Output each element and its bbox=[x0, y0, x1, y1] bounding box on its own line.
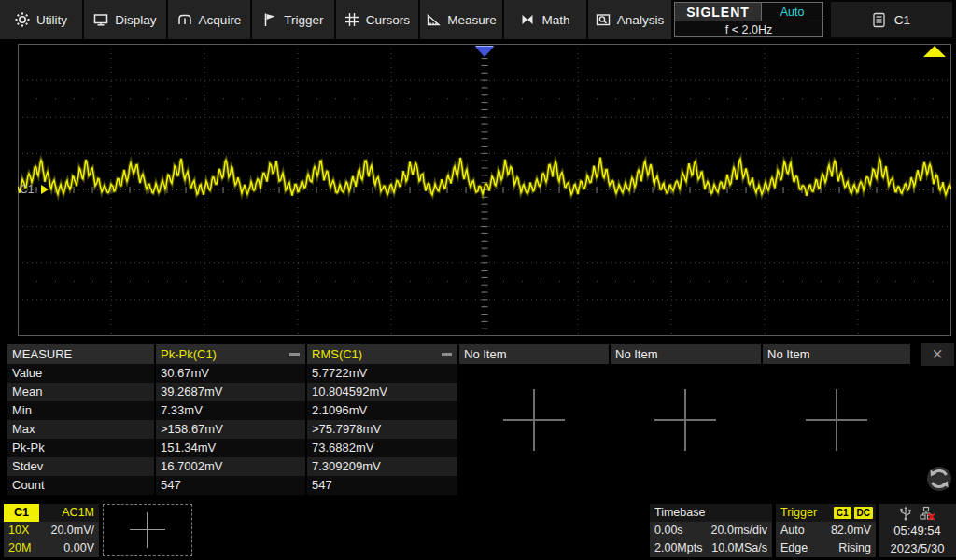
analysis-icon bbox=[596, 12, 611, 27]
menu-trigger[interactable]: Trigger bbox=[252, 0, 334, 39]
trigger-type: Edge bbox=[776, 539, 808, 557]
menu-analysis[interactable]: Analysis bbox=[588, 0, 671, 39]
measure-panel-title: MEASURE bbox=[7, 344, 154, 364]
menu-trigger-label: Trigger bbox=[284, 13, 323, 27]
channel-offset-marker[interactable] bbox=[41, 185, 49, 194]
timebase-box[interactable]: Timebase 0.00s 20.0ms/div 2.00Mpts 10.0M… bbox=[650, 504, 772, 557]
trigger-flag-icon bbox=[262, 12, 277, 27]
menu-cursors[interactable]: Cursors bbox=[336, 0, 418, 39]
add-measurement-button[interactable] bbox=[503, 389, 565, 451]
channel-name-badge: C1 bbox=[4, 504, 39, 522]
channel-offset: 0.00V bbox=[31, 539, 99, 557]
plus-icon bbox=[130, 529, 165, 530]
menu-acquire[interactable]: Acquire bbox=[168, 0, 250, 39]
measure-col-empty-3[interactable]: No Item bbox=[763, 344, 910, 364]
acquisition-mode: Auto bbox=[762, 3, 822, 21]
oscilloscope-screen: Utility Display Acquire Trigger Cursors … bbox=[0, 0, 956, 560]
measure-col-pkpk[interactable]: Pk-Pk(C1) bbox=[156, 344, 305, 364]
menu-measure[interactable]: Measure bbox=[420, 0, 502, 39]
cursors-icon bbox=[344, 12, 359, 27]
channel-coupling: AC1M bbox=[39, 504, 99, 522]
measure-col-empty-2[interactable]: No Item bbox=[611, 344, 761, 364]
bandwidth-limit: 20M bbox=[4, 539, 31, 557]
sample-rate: 10.0MSa/s bbox=[702, 539, 772, 557]
plus-icon bbox=[147, 512, 148, 548]
measure-col-empty-1[interactable]: No Item bbox=[459, 344, 609, 364]
trigger-source-badge: C1 bbox=[834, 507, 851, 519]
measure-icon bbox=[426, 12, 441, 27]
system-date: 2023/5/30 bbox=[879, 539, 956, 557]
acquire-icon bbox=[177, 12, 192, 27]
active-channel-label: C1 bbox=[894, 13, 910, 27]
menu-display[interactable]: Display bbox=[84, 0, 166, 39]
remove-measure-icon[interactable] bbox=[442, 353, 452, 356]
volts-per-div: 20.0mV/ bbox=[29, 522, 99, 539]
brand-logo: SIGLENT bbox=[675, 3, 762, 21]
usb-icon bbox=[899, 506, 912, 521]
trigger-slope: Rising bbox=[808, 539, 876, 557]
measure-row-stdev: Stdev 16.7002mV 7.309209mV bbox=[7, 457, 457, 476]
add-measurement-button[interactable] bbox=[654, 389, 716, 451]
measure-row-count: Count 547 547 bbox=[7, 476, 457, 495]
channel-offset-label: C1 bbox=[20, 183, 34, 196]
math-icon bbox=[520, 12, 535, 27]
trigger-position-marker[interactable] bbox=[475, 47, 494, 57]
menu-cursors-label: Cursors bbox=[366, 13, 410, 27]
measure-row-pkpk: Pk-Pk 151.34mV 73.6882mV bbox=[7, 439, 457, 457]
measure-col-rms[interactable]: RMS(C1) bbox=[307, 344, 457, 364]
menu-measure-label: Measure bbox=[447, 13, 497, 27]
trigger-level: 82.0mV bbox=[805, 522, 876, 539]
trigger-delay: 0.00s bbox=[650, 522, 683, 539]
graticule bbox=[18, 44, 951, 336]
time-per-div: 20.0ms/div bbox=[683, 522, 772, 539]
waveform-display bbox=[18, 44, 951, 336]
menu-utility-label: Utility bbox=[36, 13, 67, 27]
menu-math[interactable]: Math bbox=[504, 0, 586, 39]
trigger-title: Trigger bbox=[776, 504, 817, 522]
trigger-box[interactable]: Trigger C1 DC Auto 82.0mV Edge Rising bbox=[776, 504, 876, 557]
trigger-mode: Auto bbox=[776, 522, 805, 539]
acquisition-status-box[interactable]: SIGLENT Auto f < 2.0Hz bbox=[674, 2, 823, 37]
gear-icon bbox=[15, 12, 30, 27]
memory-depth: 2.00Mpts bbox=[650, 539, 702, 557]
measure-row-value: Value 30.67mV 5.7722mV bbox=[7, 364, 457, 383]
menu-analysis-label: Analysis bbox=[617, 13, 664, 27]
system-time: 05:49:54 bbox=[879, 522, 956, 539]
close-measure-panel-button[interactable]: × bbox=[921, 343, 954, 366]
measure-row-mean: Mean 39.2687mV 10.804592mV bbox=[7, 383, 457, 401]
reset-statistics-button[interactable] bbox=[925, 465, 953, 493]
channel-descriptor-box[interactable]: C1 AC1M 10X 20.0mV/ 20M 0.00V bbox=[4, 504, 99, 557]
menu-math-label: Math bbox=[541, 13, 569, 27]
add-measurement-button[interactable] bbox=[806, 389, 867, 451]
add-channel-button[interactable] bbox=[103, 504, 192, 556]
active-channel-indicator[interactable]: C1 bbox=[831, 2, 952, 37]
notes-icon bbox=[873, 12, 885, 28]
refresh-icon bbox=[925, 465, 953, 493]
frequency-counter: f < 2.0Hz bbox=[675, 21, 822, 37]
system-status-box[interactable]: 05:49:54 2023/5/30 bbox=[879, 504, 956, 557]
trigger-level-marker[interactable] bbox=[923, 46, 946, 57]
timebase-title: Timebase bbox=[650, 504, 705, 522]
lan-disconnected-icon bbox=[920, 506, 935, 521]
menu-utility[interactable]: Utility bbox=[0, 0, 82, 39]
display-icon bbox=[93, 12, 108, 27]
trigger-coupling-badge: DC bbox=[854, 507, 873, 519]
measure-row-min: Min 7.33mV 2.1096mV bbox=[7, 401, 457, 420]
probe-attenuation: 10X bbox=[4, 522, 29, 539]
measure-row-max: Max >158.67mV >75.7978mV bbox=[7, 420, 457, 439]
menu-display-label: Display bbox=[115, 13, 156, 27]
remove-measure-icon[interactable] bbox=[289, 353, 300, 356]
menubar: Utility Display Acquire Trigger Cursors … bbox=[0, 0, 956, 39]
menu-acquire-label: Acquire bbox=[199, 13, 242, 27]
